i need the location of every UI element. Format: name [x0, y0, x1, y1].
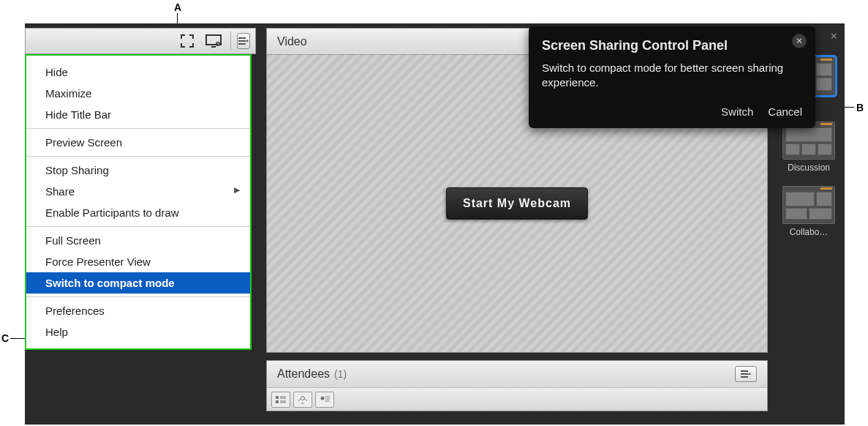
menu-item-help[interactable]: Help [26, 321, 250, 343]
menu-item-preferences[interactable]: Preferences [26, 300, 250, 321]
layout-thumb-collaboration[interactable]: Collabo… [782, 186, 835, 237]
start-webcam-button[interactable]: Start My Webcam [446, 187, 588, 220]
menu-item-switch-to-compact-mode[interactable]: Switch to compact mode [26, 272, 250, 294]
menu-item-share[interactable]: Share [26, 181, 250, 202]
popup-switch-button[interactable]: Switch [721, 105, 753, 118]
share-pod: HideMaximizeHide Title BarPreview Screen… [25, 28, 256, 350]
layout-label-collaboration: Collabo… [782, 227, 835, 237]
menu-item-maximize[interactable]: Maximize [26, 83, 250, 104]
menu-item-full-screen[interactable]: Full Screen [26, 230, 250, 251]
pod-options-button[interactable] [230, 31, 249, 51]
popup-cancel-button[interactable]: Cancel [768, 105, 802, 118]
screen-share-popup: ✕ Screen Sharing Control Panel Switch to… [529, 26, 815, 128]
popup-title: Screen Sharing Control Panel [542, 38, 802, 53]
fullscreen-icon[interactable] [178, 31, 197, 51]
attendees-view-breakout-icon[interactable] [315, 392, 334, 408]
attendees-title: Attendees [277, 367, 330, 381]
callout-c: C [1, 332, 9, 344]
attendees-options-button[interactable] [735, 366, 757, 382]
pod-options-menu: HideMaximizeHide Title BarPreview Screen… [25, 54, 252, 350]
attendees-pod: Attendees (1) [266, 360, 768, 411]
menu-item-preview-screen[interactable]: Preview Screen [26, 132, 250, 153]
attendees-view-list-icon[interactable] [271, 392, 290, 408]
layout-label-discussion: Discussion [782, 162, 835, 173]
monitor-icon[interactable] [204, 31, 223, 51]
attendees-view-status-icon[interactable] [293, 392, 312, 408]
app-frame: HideMaximizeHide Title BarPreview Screen… [25, 23, 845, 425]
menu-item-force-presenter-view[interactable]: Force Presenter View [26, 251, 250, 272]
share-pod-header [25, 28, 256, 54]
layouts-close-icon[interactable]: ✕ [830, 31, 840, 41]
menu-item-enable-participants-to-draw[interactable]: Enable Participants to draw [26, 202, 250, 223]
menu-item-hide-title-bar[interactable]: Hide Title Bar [26, 104, 250, 125]
callout-a: A [174, 1, 181, 13]
svg-point-4 [301, 396, 305, 400]
svg-point-5 [321, 396, 325, 400]
svg-rect-3 [276, 400, 279, 403]
attendees-count: (1) [334, 368, 347, 380]
layout-thumb-discussion[interactable]: Discussion [782, 122, 835, 173]
attendees-pod-header: Attendees (1) [267, 361, 767, 387]
svg-rect-2 [276, 396, 279, 399]
callout-b: B [856, 102, 864, 113]
popup-close-icon[interactable]: ✕ [792, 34, 807, 48]
attendees-toolbar [267, 387, 767, 411]
menu-item-hide[interactable]: Hide [26, 61, 250, 83]
popup-body: Switch to compact mode for better screen… [542, 61, 802, 91]
menu-item-stop-sharing[interactable]: Stop Sharing [26, 160, 250, 181]
